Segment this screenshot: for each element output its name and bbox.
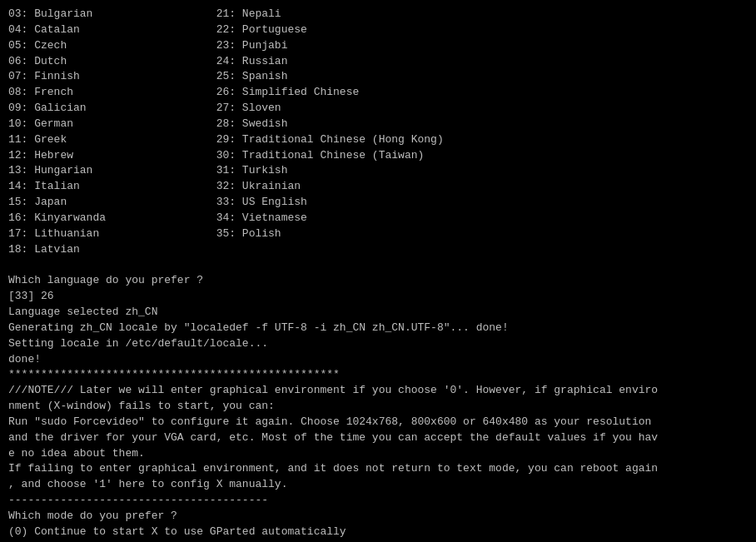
setting-locale: Setting locale in /etc/default/locale... — [8, 336, 748, 352]
generating-locale: Generating zh_CN locale by "localedef -f… — [8, 321, 748, 336]
line-10-german: 10: German 28: Swedish — [8, 117, 748, 132]
line-14-italian: 14: Italian 32: Ukrainian — [8, 179, 748, 195]
line-18-latvian: 18: Latvian — [8, 242, 748, 258]
done-line: done! — [8, 352, 748, 368]
language-selected: Language selected zh_CN — [8, 305, 748, 321]
line-16-kinyarwanda: 16: Kinyarwanda 34: Vietnamese — [8, 211, 748, 226]
line-13-hungarian: 13: Hungarian 31: Turkish — [8, 163, 748, 179]
language-input: [33] 26 — [8, 289, 748, 305]
option-0: (0) Continue to start X to use GParted a… — [8, 525, 748, 540]
note-line-3: Run "sudo Forcevideo" to configure it ag… — [8, 415, 748, 430]
line-08-french: 08: French 26: Simplified Chinese — [8, 85, 748, 101]
line-05-czech: 05: Czech 23: Punjabi — [8, 38, 748, 54]
line-07-finnish: 07: Finnish 25: Spanish — [8, 69, 748, 85]
line-11-greek: 11: Greek 29: Traditional Chinese (Hong … — [8, 132, 748, 148]
line-04-catalan: 04: Catalan 22: Portuguese — [8, 22, 748, 38]
note-line-4: and the driver for your VGA card, etc. M… — [8, 430, 748, 446]
line-15-japan: 15: Japan 33: US English — [8, 195, 748, 211]
line-06-dutch: 06: Dutch 24: Russian — [8, 54, 748, 70]
divider-line: ---------------------------------------- — [8, 493, 748, 509]
note-line-6: If failing to enter graphical environmen… — [8, 461, 748, 477]
note-line-2: nment (X-window) fails to start, you can… — [8, 399, 748, 415]
note-line-1: ///NOTE/// Later we will enter graphical… — [8, 383, 748, 399]
terminal-window: 03: Bulgarian 21: Nepali 04: Catalan 22:… — [0, 0, 756, 542]
which-mode-prompt: Which mode do you prefer ? — [8, 509, 748, 525]
which-language-prompt: Which language do you prefer ? — [8, 273, 748, 289]
line-09-galician: 09: Galician 27: Sloven — [8, 101, 748, 117]
note-line-7: , and choose '1' here to config X manual… — [8, 477, 748, 493]
note-line-5: e no idea about them. — [8, 446, 748, 462]
line-12-hebrew: 12: Hebrew 30: Traditional Chinese (Taiw… — [8, 148, 748, 164]
line-03-bulgarian: 03: Bulgarian 21: Nepali — [8, 7, 748, 22]
separator-stars: ****************************************… — [8, 367, 748, 383]
empty-line-1 — [8, 258, 748, 274]
line-17-lithuanian: 17: Lithuanian 35: Polish — [8, 226, 748, 242]
